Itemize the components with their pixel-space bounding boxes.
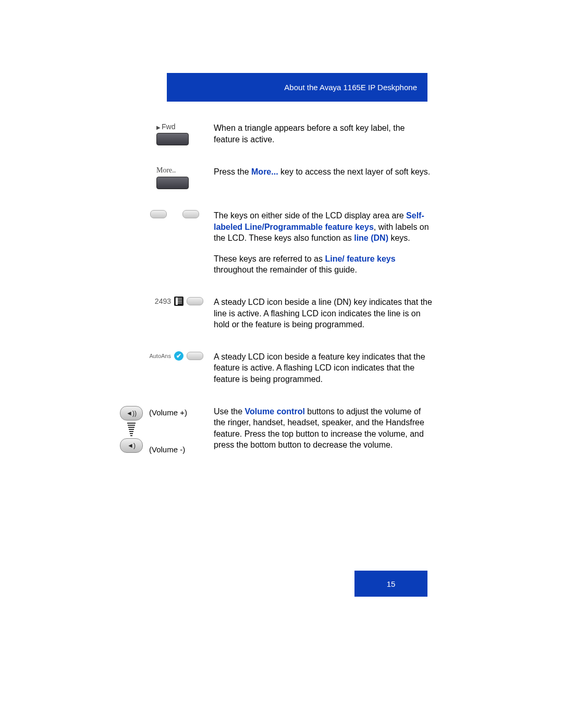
page-number: 15 (387, 579, 396, 588)
sk-p1-pre: The keys on either side of the LCD displ… (214, 211, 406, 220)
volume-down-icon: ◄) (120, 438, 143, 453)
linedn-text: A steady LCD icon beside a line (DN) key… (214, 297, 433, 330)
softkey-icon (156, 177, 189, 189)
pill-key-icon (150, 210, 167, 218)
volume-icon-col: ◄)) ◄) (Volume +) (Volume -) (120, 406, 214, 454)
sk-p2-pre: These keys are referred to as (214, 254, 325, 263)
row-sidekeys: The keys on either side of the LCD displ… (136, 210, 433, 276)
more-text: Press the More... key to access the next… (214, 166, 433, 178)
content-area: Fwd When a triangle appears before a sof… (136, 122, 433, 475)
pill-key-icon (187, 297, 203, 305)
row-fwd: Fwd When a triangle appears before a sof… (136, 122, 433, 145)
sk-p1-bold2: line (DN) (354, 233, 388, 242)
sk-p2-bold: Line/ feature keys (325, 254, 395, 263)
volume-labels: (Volume +) (Volume -) (149, 406, 187, 454)
volume-up-label: (Volume +) (149, 408, 187, 417)
header-bar: About the Avaya 1165E IP Deskphone (167, 73, 427, 102)
fwd-text: When a triangle appears before a soft ke… (214, 122, 433, 145)
page-number-box: 15 (354, 571, 427, 597)
vol-pre: Use the (214, 407, 245, 416)
row-linedn: 2493 A steady LCD icon beside a line (DN… (136, 297, 433, 330)
volume-text: Use the Volume control buttons to adjust… (214, 406, 433, 451)
autoans-label: AutoAns (149, 353, 171, 359)
more-pre: Press the (214, 167, 251, 176)
row-volume: ◄)) ◄) (Volume +) (Volume -) Use the Vol… (120, 406, 433, 454)
sidekeys-text: The keys on either side of the LCD displ… (214, 210, 433, 276)
pill-key-icon (187, 352, 203, 360)
sidekeys-icon-col (136, 210, 214, 218)
autoans-text: A steady LCD icon beside a feature key i… (214, 351, 433, 385)
check-icon: ✔ (174, 351, 183, 361)
header-title: About the Avaya 1165E IP Deskphone (284, 83, 417, 92)
more-bold: More... (251, 167, 278, 176)
softkey-icon (156, 133, 189, 145)
volume-up-icon: ◄)) (120, 406, 143, 421)
document-page: About the Avaya 1165E IP Deskphone Fwd W… (0, 0, 563, 728)
vol-bold: Volume control (245, 407, 305, 416)
fwd-label: Fwd (136, 122, 175, 131)
fwd-icon-col: Fwd (136, 122, 214, 145)
sk-p2-post: throughout the remainder of this guide. (214, 265, 357, 274)
sk-p1-post: keys. (388, 233, 410, 242)
more-label: More.. (136, 166, 176, 175)
more-post: key to access the next layer of soft key… (278, 167, 431, 176)
row-more: More.. Press the More... key to access t… (136, 166, 433, 189)
more-icon-col: More.. (136, 166, 214, 189)
phone-icon (174, 297, 183, 306)
line-number: 2493 (155, 297, 171, 305)
linedn-icon-col: 2493 (136, 297, 214, 306)
volume-buttons: ◄)) ◄) (120, 406, 143, 453)
volume-down-label: (Volume -) (149, 445, 187, 454)
autoans-icon-col: AutoAns ✔ (136, 351, 214, 361)
row-autoans: AutoAns ✔ A steady LCD icon beside a fea… (136, 351, 433, 385)
pill-key-icon (182, 210, 199, 218)
volume-scale-icon (131, 423, 132, 436)
